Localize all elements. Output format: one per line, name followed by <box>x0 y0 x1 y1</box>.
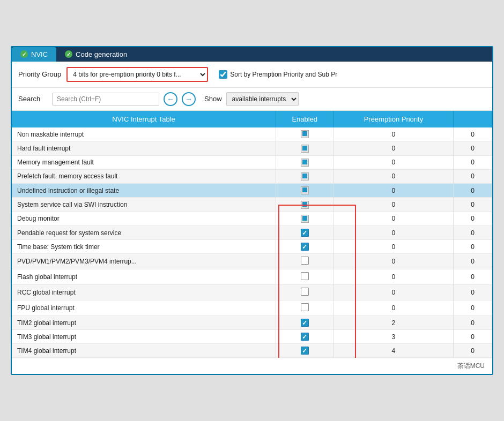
sub-priority-cell: 0 <box>454 316 492 330</box>
footer: 茶话MCU <box>12 358 492 374</box>
table-row: Debug monitor <box>12 212 276 225</box>
preemption-cell[interactable]: 0 <box>333 198 454 212</box>
enabled-cell[interactable]: ✓ <box>276 198 333 212</box>
table-row: System service call via SWI instruction <box>12 198 276 212</box>
sub-priority-cell: 0 <box>454 198 492 212</box>
enabled-cell[interactable]: ✓ <box>276 184 333 198</box>
table-row: TIM3 global interrupt <box>12 330 276 344</box>
sort-wrapper: Sort by Premption Priority and Sub Pr <box>219 70 337 79</box>
sub-priority-cell: 0 <box>454 169 492 183</box>
table-row: TIM2 global interrupt <box>12 316 276 330</box>
table-row: Hard fault interrupt <box>12 141 276 155</box>
table-row: Flash global interrupt <box>12 269 276 285</box>
preemption-cell[interactable]: 0 <box>333 240 454 254</box>
table-row: PVD/PVM1/PVM2/PVM3/PVM4 interrup... <box>12 254 276 269</box>
nvic-table: NVIC Interrupt Table Enabled Preemption … <box>12 111 492 358</box>
show-label: Show <box>204 95 222 103</box>
preemption-cell[interactable]: 2 <box>333 316 454 330</box>
preemption-cell[interactable]: 0 <box>333 285 454 300</box>
enabled-cell[interactable]: ✓ <box>276 240 333 254</box>
preemption-cell[interactable]: 0 <box>333 184 454 198</box>
table-row: Undefined instruction or illegal state <box>12 184 276 198</box>
col-header-sub <box>454 111 492 127</box>
sort-label: Sort by Premption Priority and Sub Pr <box>230 71 337 78</box>
preemption-cell[interactable]: 3 <box>333 330 454 344</box>
table-row: Time base: System tick timer <box>12 240 276 254</box>
sub-priority-cell: 0 <box>454 269 492 285</box>
preemption-cell[interactable]: 0 <box>333 254 454 269</box>
code-gen-check-icon: ✓ <box>65 50 72 58</box>
main-window: ✓ NVIC ✓ Code generation Priority Group … <box>11 46 493 375</box>
preemption-cell[interactable]: 0 <box>333 226 454 240</box>
tab-code-gen-label: Code generation <box>76 50 127 58</box>
controls-row: Priority Group 4 bits for pre-emption pr… <box>12 62 492 88</box>
col-header-interrupt: NVIC Interrupt Table <box>12 111 276 127</box>
sub-priority-cell: 0 <box>454 212 492 225</box>
priority-group-label: Priority Group <box>18 70 61 78</box>
sub-priority-cell: 0 <box>454 300 492 316</box>
sub-priority-cell: 0 <box>454 127 492 141</box>
preemption-cell[interactable]: 0 <box>333 300 454 316</box>
tab-code-generation[interactable]: ✓ Code generation <box>56 47 136 62</box>
preemption-cell[interactable]: 0 <box>333 169 454 183</box>
nvic-check-icon: ✓ <box>20 50 28 58</box>
sub-priority-cell: 0 <box>454 184 492 198</box>
sub-priority-cell: 0 <box>454 330 492 344</box>
preemption-cell[interactable]: 0 <box>333 127 454 141</box>
preemption-cell[interactable]: 0 <box>333 212 454 225</box>
table-row: RCC global interrupt <box>12 285 276 300</box>
enabled-cell[interactable]: ✓ <box>276 127 333 141</box>
tab-nvic[interactable]: ✓ NVIC <box>12 47 56 62</box>
tab-nvic-label: NVIC <box>31 50 48 58</box>
preemption-cell[interactable]: 0 <box>333 269 454 285</box>
search-input[interactable] <box>52 93 159 106</box>
sub-priority-cell: 0 <box>454 155 492 169</box>
sub-priority-cell: 0 <box>454 254 492 269</box>
preemption-cell[interactable]: 0 <box>333 155 454 169</box>
search-label: Search <box>18 95 48 103</box>
table-row: Non maskable interrupt <box>12 127 276 141</box>
enabled-cell[interactable]: ✓ <box>276 155 333 169</box>
tab-bar: ✓ NVIC ✓ Code generation <box>12 47 492 62</box>
preemption-cell[interactable]: 0 <box>333 141 454 155</box>
enabled-cell[interactable]: ✓ <box>276 141 333 155</box>
priority-group-wrapper: 4 bits for pre-emption priority 0 bits f… <box>66 67 208 82</box>
table-wrapper: NVIC Interrupt Table Enabled Preemption … <box>12 111 492 358</box>
enabled-cell[interactable]: ✓ <box>276 226 333 240</box>
table-row: TIM4 global interrupt <box>12 344 276 358</box>
enabled-cell[interactable]: ✓ <box>276 316 333 330</box>
next-button[interactable]: → <box>182 92 196 106</box>
enabled-cell[interactable]: ✓ <box>276 330 333 344</box>
sub-priority-cell: 0 <box>454 141 492 155</box>
col-header-preemption: Preemption Priority <box>333 111 454 127</box>
enabled-cell[interactable]: ✓ <box>276 169 333 183</box>
table-row: Prefetch fault, memory access fault <box>12 169 276 183</box>
enabled-cell[interactable] <box>276 269 333 285</box>
table-row: Pendable request for system service <box>12 226 276 240</box>
sub-priority-cell: 0 <box>454 285 492 300</box>
show-select[interactable]: available interrupts all interrupts <box>226 92 299 106</box>
search-row: Search ← → Show available interrupts all… <box>12 88 492 111</box>
table-row: Memory management fault <box>12 155 276 169</box>
sort-checkbox[interactable] <box>219 70 227 79</box>
sub-priority-cell: 0 <box>454 240 492 254</box>
enabled-cell[interactable]: ✓ <box>276 212 333 225</box>
watermark: 茶话MCU <box>457 362 485 370</box>
enabled-cell[interactable]: ✓ <box>276 344 333 358</box>
sub-priority-cell: 0 <box>454 226 492 240</box>
preemption-cell[interactable]: 4 <box>333 344 454 358</box>
table-row: FPU global interrupt <box>12 300 276 316</box>
enabled-cell[interactable] <box>276 300 333 316</box>
prev-button[interactable]: ← <box>164 92 177 106</box>
enabled-cell[interactable] <box>276 285 333 300</box>
col-header-enabled: Enabled <box>276 111 333 127</box>
priority-group-select[interactable]: 4 bits for pre-emption priority 0 bits f… <box>68 68 207 81</box>
enabled-cell[interactable] <box>276 254 333 269</box>
sub-priority-cell: 0 <box>454 344 492 358</box>
